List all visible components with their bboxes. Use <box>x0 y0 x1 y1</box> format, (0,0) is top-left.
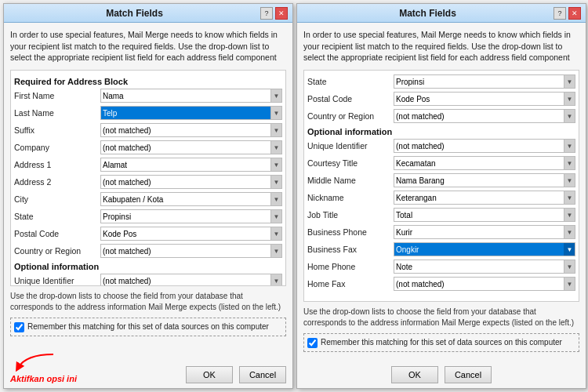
close-button-right[interactable]: ✕ <box>568 7 581 20</box>
select-lastname[interactable]: Telp <box>100 106 282 120</box>
field-label-middlename: Middle Name <box>307 176 394 185</box>
field-row-address2: Address 2 (not matched) ▼ <box>14 174 282 190</box>
select-city[interactable]: Kabupaten / Kota <box>100 192 282 206</box>
select-wrapper-country-right: (not matched) ▼ <box>394 109 575 123</box>
field-row-businessphone: Business Phone Kurir ▼ <box>307 224 575 240</box>
select-wrapper-state: Propinsi ▼ <box>100 209 282 223</box>
select-courtesytitle[interactable]: Kecamatan <box>394 156 575 170</box>
select-wrapper-homephone: Note ▼ <box>394 260 575 274</box>
select-wrapper-businessfax: Ongkir ▼ <box>394 242 575 256</box>
remember-checkbox-row-left: Remember this matching for this set of d… <box>10 318 286 336</box>
field-row-lastname: Last Name Telp ▼ <box>14 105 282 121</box>
ok-button-left[interactable]: OK <box>186 366 233 383</box>
select-wrapper-courtesytitle: Kecamatan ▼ <box>394 156 575 170</box>
field-row-middlename: Middle Name Nama Barang ▼ <box>307 172 575 188</box>
cancel-button-left[interactable]: Cancel <box>239 366 286 383</box>
field-label-suffix: Suffix <box>14 125 100 135</box>
select-businessphone[interactable]: Kurir <box>394 225 575 239</box>
field-row-country-right: Country or Region (not matched) ▼ <box>307 108 575 124</box>
select-wrapper-middlename: Nama Barang ▼ <box>394 173 575 187</box>
dialog-right-footer: OK Cancel <box>297 363 586 388</box>
intro-text-right: In order to use special features, Mail M… <box>303 29 579 64</box>
select-businessfax[interactable]: Ongkir <box>394 242 575 256</box>
select-jobtitle[interactable]: Total <box>394 208 575 222</box>
field-row-jobtitle: Job Title Total ▼ <box>307 207 575 223</box>
field-label-state: State <box>14 212 100 221</box>
remember-checkbox-row-right: Remember this matching for this set of d… <box>303 333 579 352</box>
field-label-company: Company <box>14 143 100 152</box>
optional-section-header-right: Optional information <box>307 127 575 136</box>
dialog-left-footer: Aktifkan opsi ini OK Cancel <box>4 347 292 388</box>
select-state[interactable]: Propinsi <box>100 209 282 223</box>
cancel-button-right[interactable]: Cancel <box>445 366 492 383</box>
select-uniqueid-left[interactable]: (not matched) <box>100 274 282 286</box>
field-row-company: Company (not matched) ▼ <box>14 140 282 155</box>
select-wrapper-address1: Alamat ▼ <box>100 158 282 172</box>
field-row-homefax: Home Fax (not matched) ▼ <box>307 276 575 292</box>
field-row-uniqueid-right: Unique Identifier (not matched) ▼ <box>307 138 575 154</box>
dialog-right-title: Match Fields <box>302 8 554 19</box>
select-suffix[interactable]: (not matched) <box>100 123 282 137</box>
intro-text-left: In order to use special features, Mail M… <box>10 29 286 64</box>
field-label-businessfax: Business Fax <box>307 245 394 254</box>
select-wrapper-uniqueid-right: (not matched) ▼ <box>394 139 575 153</box>
scroll-area-right[interactable]: State Propinsi ▼ Postal Code Kode Pos ▼ … <box>303 70 579 302</box>
dialog-left-body: In order to use special features, Mail M… <box>4 23 292 347</box>
remember-checkbox-left[interactable] <box>14 322 24 332</box>
select-middlename[interactable]: Nama Barang <box>394 173 575 187</box>
help-button-right[interactable]: ? <box>554 7 566 20</box>
dialog-left-title: Match Fields <box>9 8 260 19</box>
help-button-left[interactable]: ? <box>260 7 273 20</box>
select-postalcode-right[interactable]: Kode Pos <box>394 92 575 106</box>
select-uniqueid-right[interactable]: (not matched) <box>394 139 575 153</box>
field-label-jobtitle: Job Title <box>307 210 394 220</box>
dialog-left: Match Fields ? ✕ In order to use special… <box>3 3 293 389</box>
select-nickname[interactable]: Keterangan <box>394 191 575 205</box>
field-label-postalcode: Postal Code <box>14 229 100 238</box>
select-address1[interactable]: Alamat <box>100 158 282 172</box>
remember-checkbox-label-right: Remember this matching for this set of d… <box>321 337 562 348</box>
field-label-uniqueid-left: Unique Identifier <box>14 276 100 285</box>
field-label-courtesytitle: Courtesy Title <box>307 158 394 168</box>
field-row-state: State Propinsi ▼ <box>14 209 282 224</box>
select-state-right[interactable]: Propinsi <box>394 74 575 89</box>
field-row-nickname: Nickname Keterangan ▼ <box>307 190 575 205</box>
dialog-right: Match Fields ? ✕ In order to use special… <box>296 3 586 389</box>
select-address2[interactable]: (not matched) <box>100 175 282 189</box>
field-label-postalcode-right: Postal Code <box>307 94 394 103</box>
field-label-country-right: Country or Region <box>307 111 394 121</box>
select-postalcode[interactable]: Kode Pos <box>100 227 282 241</box>
hint-area: Aktifkan opsi ini <box>10 350 186 383</box>
hint-arrow-icon <box>10 350 57 374</box>
field-label-country: Country or Region <box>14 246 100 256</box>
field-label-address1: Address 1 <box>14 160 100 169</box>
select-homefax[interactable]: (not matched) <box>394 277 575 291</box>
dialog-right-body: In order to use special features, Mail M… <box>297 23 586 363</box>
field-label-lastname: Last Name <box>14 108 100 118</box>
select-wrapper-country: (not matched) ▼ <box>100 244 282 258</box>
select-company[interactable]: (not matched) <box>100 140 282 154</box>
select-country-right[interactable]: (not matched) <box>394 109 575 123</box>
titlebar-right: Match Fields ? ✕ <box>297 4 586 23</box>
ok-button-right[interactable]: OK <box>391 366 438 383</box>
select-wrapper-nickname: Keterangan ▼ <box>394 191 575 205</box>
close-button-left[interactable]: ✕ <box>275 7 288 20</box>
field-row-country: Country or Region (not matched) ▼ <box>14 243 282 259</box>
select-country[interactable]: (not matched) <box>100 244 282 258</box>
select-firstname[interactable]: Nama <box>100 89 282 103</box>
remember-checkbox-right[interactable] <box>307 338 318 348</box>
select-wrapper-postalcode-right: Kode Pos ▼ <box>394 92 575 106</box>
field-row-courtesytitle: Courtesy Title Kecamatan ▼ <box>307 155 575 171</box>
field-label-firstname: First Name <box>14 91 100 100</box>
field-label-nickname: Nickname <box>307 193 394 202</box>
field-row-address1: Address 1 Alamat ▼ <box>14 157 282 172</box>
select-wrapper-company: (not matched) ▼ <box>100 140 282 154</box>
field-label-businessphone: Business Phone <box>307 227 394 237</box>
scroll-area-left[interactable]: Required for Address Block First Name Na… <box>10 70 286 286</box>
select-homephone[interactable]: Note <box>394 260 575 274</box>
field-row-homephone: Home Phone Note ▼ <box>307 259 575 274</box>
field-row-postalcode: Postal Code Kode Pos ▼ <box>14 226 282 241</box>
select-wrapper-postalcode: Kode Pos ▼ <box>100 227 282 241</box>
field-row-postalcode-right: Postal Code Kode Pos ▼ <box>307 91 575 107</box>
field-label-uniqueid-right: Unique Identifier <box>307 141 394 151</box>
